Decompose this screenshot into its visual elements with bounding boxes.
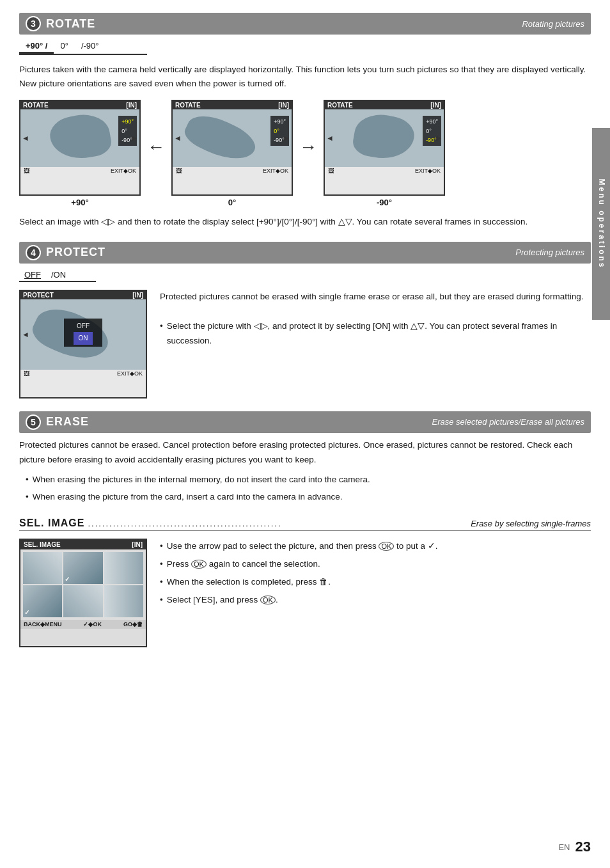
page-footer: EN 23 — [558, 839, 591, 855]
screen-right-arrow-1: ► — [130, 134, 138, 143]
protect-text-area: Protected pictures cannot be erased with… — [160, 290, 591, 351]
screen-icon-1: 🖼 — [24, 168, 29, 174]
menu-item-1a: +90° — [121, 117, 134, 126]
sel-image-top-bar: SEL. IMAGE [IN] — [20, 540, 146, 549]
protect-screen: PROTECT [IN] OFF ON ◄ 🖼 EXIT◆OK — [19, 290, 147, 398]
sel-image-title: SEL. IMAGE — [19, 517, 84, 529]
sel-bullet-1: • Use the arrow pad to select the pictur… — [160, 539, 591, 554]
rotate-tab-0[interactable]: 0° — [54, 40, 74, 54]
protect-section: 4 PROTECT Protecting pictures OFF /ON PR… — [19, 242, 591, 398]
protect-tabs: OFF /ON — [19, 269, 96, 282]
screen-icon-3: 🖼 — [328, 168, 334, 174]
sel-bullet-1-dot: • — [160, 539, 163, 554]
sel-image-header: SEL. IMAGE .............................… — [19, 517, 591, 531]
rotate-screen-1: ROTATE [IN] +90° 0° -90° ◄ ► — [19, 100, 141, 196]
protect-content: PROTECT [IN] OFF ON ◄ 🖼 EXIT◆OK Pr — [19, 290, 591, 398]
protect-screen-image: OFF ON ◄ — [20, 299, 146, 370]
screen-image-2: +90° 0° -90° ◄ ► — [173, 109, 292, 167]
screen-title-1: ROTATE — [23, 102, 49, 109]
erase-section: 5 ERASE Erase selected pictures/Erase al… — [19, 411, 591, 505]
sel-bullet-2-text: Press OK again to cancel the selection. — [167, 556, 320, 572]
rotate-description: Pictures taken with the camera held vert… — [19, 63, 591, 90]
sel-bullet-4-dot: • — [160, 592, 163, 608]
screen-right-arrow-2: ► — [283, 134, 290, 143]
screen-left-arrow-2: ◄ — [174, 134, 182, 143]
erase-bullets: • When erasing the pictures in the inter… — [19, 473, 591, 505]
rotate-tab-plus90[interactable]: +90° / — [19, 40, 54, 54]
screen-title-3: ROTATE — [327, 102, 353, 109]
exit-ok-2: EXIT◆OK — [263, 168, 288, 174]
protect-bullet-dot: • — [160, 319, 163, 349]
side-bar: Menu operations — [592, 128, 610, 320]
erase-header: 5 ERASE Erase selected pictures/Erase al… — [19, 411, 591, 433]
erase-description: Protected pictures cannot be erased. Can… — [19, 438, 591, 468]
sel-image-bullets: • Use the arrow pad to select the pictur… — [160, 539, 591, 611]
screen-caption-3: -90° — [377, 198, 392, 207]
sel-image-subtitle: Erase by selecting single-frames — [471, 519, 591, 528]
screen-image-1: +90° 0° -90° ◄ ► — [20, 109, 139, 167]
erase-bullet-1-dot: • — [26, 473, 29, 487]
erase-subtitle: Erase selected pictures/Erase all pictur… — [432, 417, 584, 427]
protect-title: PROTECT — [46, 246, 515, 259]
screen-top-bar-1: ROTATE [IN] — [20, 101, 139, 109]
rotate-section: 3 ROTATE Rotating pictures +90° / 0° /-9… — [19, 13, 591, 229]
erase-title: ERASE — [46, 415, 432, 429]
screen-icon-2: 🖼 — [176, 168, 182, 174]
protect-screen-tag: [IN] — [132, 292, 143, 299]
protect-menu: OFF ON — [64, 319, 102, 347]
thumb-5 — [63, 585, 102, 617]
protect-left-arrow: ◄ — [22, 330, 29, 339]
sel-image-screen: SEL. IMAGE [IN] ✓ ✓ BACK◆MENU — [19, 539, 147, 647]
screen-caption-1: +90° — [71, 198, 88, 207]
erase-bullet-2-text: When erasing the picture from the card, … — [33, 490, 343, 505]
protect-header: 4 PROTECT Protecting pictures — [19, 242, 591, 264]
rotate-title: ROTATE — [46, 17, 522, 31]
screen-image-3: +90° 0° -90° ◄ ► — [325, 109, 444, 167]
screen-top-bar-2: ROTATE [IN] — [173, 101, 292, 109]
menu-item-3a: +90° — [426, 117, 438, 126]
screen-wrapper-3: ROTATE [IN] +90° 0° -90° ◄ ► — [324, 100, 445, 207]
thumb-1 — [23, 552, 62, 584]
screen-icon-row-2: 🖼 EXIT◆OK — [173, 167, 292, 175]
rotate-tab-minus90[interactable]: /-90° — [75, 40, 106, 54]
screen-left-arrow-1: ◄ — [22, 134, 29, 143]
exit-ok-1: EXIT◆OK — [111, 168, 136, 174]
erase-bullet-2-dot: • — [26, 490, 29, 505]
protect-tab-on[interactable]: /ON — [46, 269, 71, 281]
thumb-6 — [104, 585, 143, 617]
sel-bullet-3: • When the selection is completed, press… — [160, 574, 591, 590]
thumb-2-check: ✓ — [65, 576, 70, 583]
screen-icon-row-3: 🖼 EXIT◆OK — [325, 167, 444, 175]
thumb-4-check: ✓ — [24, 609, 29, 616]
sel-image-content: SEL. IMAGE [IN] ✓ ✓ BACK◆MENU — [19, 539, 591, 647]
screen-icon-row-1: 🖼 EXIT◆OK — [20, 167, 139, 175]
sel-bullet-2-dot: • — [160, 556, 163, 572]
sel-image-bottom-bar: BACK◆MENU ✓◆OK GO◆🗑 — [20, 620, 146, 629]
sel-image-dots: ........................................… — [88, 519, 471, 528]
protect-tab-off[interactable]: OFF — [19, 269, 46, 281]
side-bar-label: Menu operations — [597, 178, 606, 269]
rotate-screen-3: ROTATE [IN] +90° 0° -90° ◄ ► — [324, 100, 445, 196]
protect-icon: 🖼 — [24, 370, 29, 377]
protect-bullet: • Select the picture with ◁▷, and protec… — [160, 319, 591, 349]
erase-bullet-1: • When erasing the pictures in the inter… — [26, 473, 591, 487]
screen-caption-2: 0° — [228, 198, 236, 207]
protect-icon-row: 🖼 EXIT◆OK — [20, 370, 146, 377]
screen-tag-1: [IN] — [126, 102, 137, 109]
screen-right-arrow-3: ► — [435, 134, 442, 143]
sel-bullet-3-text: When the selection is completed, press 🗑… — [167, 574, 331, 590]
page: Menu operations 3 ROTATE Rotating pictur… — [0, 0, 610, 868]
erase-number: 5 — [26, 414, 41, 430]
protect-exit-ok: EXIT◆OK — [117, 370, 143, 377]
thumb-4: ✓ — [23, 585, 62, 617]
sel-bullet-1-text: Use the arrow pad to select the picture,… — [167, 539, 438, 554]
screen-tag-2: [IN] — [278, 102, 289, 109]
protect-bullet-text: Select the picture with ◁▷, and protect … — [167, 319, 591, 349]
rotate-screen-2: ROTATE [IN] +90° 0° -90° ◄ ► — [171, 100, 293, 196]
thumb-3 — [104, 552, 143, 584]
left-arrow-indicator: ← — [147, 137, 165, 157]
screen-wrapper-2: ROTATE [IN] +90° 0° -90° ◄ ► — [171, 100, 293, 207]
erase-bullet-1-text: When erasing the pictures in the interna… — [33, 473, 370, 487]
rotation-tabs: +90° / 0° /-90° — [19, 40, 147, 55]
screen-left-arrow-3: ◄ — [326, 134, 334, 143]
